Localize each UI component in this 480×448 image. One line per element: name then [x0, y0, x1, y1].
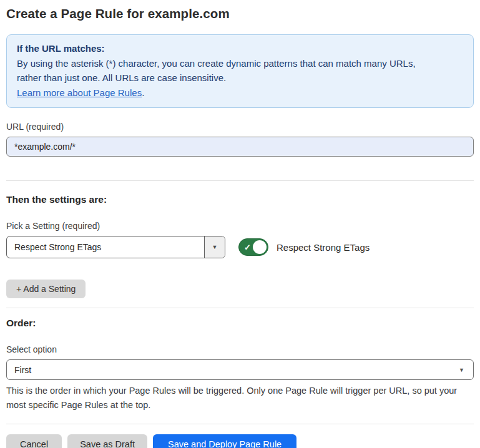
setting-row: Respect Strong ETags ▼ ✓ Respect Strong …	[6, 236, 474, 258]
info-link-line: Learn more about Page Rules.	[17, 85, 463, 100]
url-input[interactable]	[6, 137, 474, 157]
setting-toggle[interactable]: ✓	[238, 238, 268, 256]
check-icon: ✓	[244, 243, 251, 251]
save-as-draft-button[interactable]: Save as Draft	[67, 434, 147, 448]
add-setting-button[interactable]: + Add a Setting	[6, 280, 86, 298]
save-and-deploy-button[interactable]: Save and Deploy Page Rule	[153, 434, 296, 448]
setting-select-arrow-button[interactable]: ▼	[204, 236, 225, 258]
chevron-down-icon: ▼	[459, 367, 464, 373]
order-select[interactable]: First ▼	[6, 359, 474, 380]
cancel-button[interactable]: Cancel	[6, 434, 62, 448]
info-body-line2: rather than just one. All URLs are case …	[17, 72, 226, 83]
link-period: .	[142, 87, 144, 98]
section-divider	[6, 308, 474, 308]
order-select-label: Select option	[6, 344, 474, 354]
url-field-label: URL (required)	[6, 122, 474, 132]
learn-more-link[interactable]: Learn more about Page Rules	[17, 87, 142, 98]
page-rule-form: Create a Page Rule for example.com If th…	[0, 6, 480, 448]
info-body-line1: By using the asterisk (*) character, you…	[17, 58, 416, 69]
info-box-body: By using the asterisk (*) character, you…	[17, 56, 463, 85]
setting-select-value: Respect Strong ETags	[7, 236, 204, 258]
order-select-value: First	[14, 365, 459, 375]
setting-select[interactable]: Respect Strong ETags ▼	[6, 236, 225, 258]
chevron-down-icon: ▼	[212, 244, 218, 250]
page-title: Create a Page Rule for example.com	[6, 6, 474, 21]
footer-divider	[6, 424, 474, 424]
settings-section-heading: Then the settings are:	[6, 194, 474, 205]
setting-toggle-label: Respect Strong ETags	[277, 242, 370, 253]
order-help-text: This is the order in which your Page Rul…	[6, 384, 474, 412]
footer-actions: Cancel Save as Draft Save and Deploy Pag…	[6, 434, 474, 448]
order-section-heading: Order:	[6, 318, 474, 329]
setting-picker-label: Pick a Setting (required)	[6, 221, 474, 231]
url-match-info-box: If the URL matches: By using the asteris…	[6, 34, 474, 108]
toggle-knob	[253, 240, 267, 254]
section-divider	[6, 180, 474, 181]
info-box-heading: If the URL matches:	[17, 41, 463, 56]
